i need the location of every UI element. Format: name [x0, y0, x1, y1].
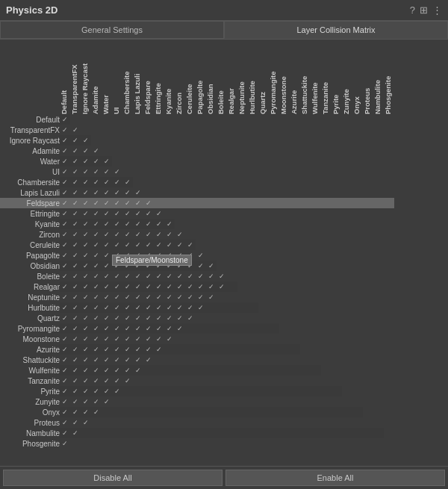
check-cell-17-11[interactable]	[175, 292, 185, 302]
check-cell-23-18[interactable]	[248, 355, 258, 365]
check-cell-30-20[interactable]	[269, 428, 279, 438]
check-cell-18-17[interactable]	[237, 302, 248, 313]
check-cell-29-6[interactable]	[122, 417, 133, 428]
check-cell-26-4[interactable]	[102, 386, 112, 396]
check-cell-28-2[interactable]	[81, 407, 91, 417]
check-cell-10-1[interactable]	[70, 219, 81, 229]
check-cell-19-10[interactable]	[164, 313, 175, 323]
check-cell-10-2[interactable]	[81, 219, 91, 229]
check-cell-25-1[interactable]	[70, 376, 81, 386]
check-cell-31-23[interactable]	[300, 438, 311, 449]
check-cell-11-4[interactable]	[102, 229, 112, 240]
check-cell-6-0[interactable]	[60, 177, 70, 187]
check-cell-25-7[interactable]	[133, 376, 143, 386]
check-cell-17-13[interactable]	[196, 292, 206, 302]
check-cell-18-3[interactable]	[91, 302, 102, 313]
check-cell-23-4[interactable]	[102, 355, 112, 365]
check-cell-28-16[interactable]	[227, 407, 237, 417]
check-cell-16-7[interactable]	[133, 281, 143, 292]
check-cell-21-7[interactable]	[133, 334, 143, 344]
check-cell-25-5[interactable]	[112, 376, 122, 386]
check-cell-30-11[interactable]	[175, 428, 185, 438]
check-cell-30-4[interactable]	[102, 428, 112, 438]
check-cell-18-16[interactable]	[227, 302, 237, 313]
check-cell-28-11[interactable]	[175, 407, 185, 417]
check-cell-29-1[interactable]	[70, 417, 81, 428]
check-cell-31-22[interactable]	[290, 438, 300, 449]
check-cell-17-3[interactable]	[91, 292, 102, 302]
check-cell-20-15[interactable]	[217, 323, 227, 334]
check-cell-7-7[interactable]	[133, 187, 143, 198]
check-cell-20-19[interactable]	[258, 323, 269, 334]
check-cell-20-12[interactable]	[185, 323, 196, 334]
check-cell-22-10[interactable]	[164, 344, 175, 355]
check-cell-15-10[interactable]	[164, 271, 175, 281]
check-cell-26-13[interactable]	[196, 386, 206, 396]
check-cell-21-16[interactable]	[227, 334, 237, 344]
check-cell-15-8[interactable]	[143, 271, 154, 281]
check-cell-23-5[interactable]	[112, 355, 122, 365]
check-cell-31-6[interactable]	[122, 438, 133, 449]
check-cell-21-18[interactable]	[248, 334, 258, 344]
check-cell-17-5[interactable]	[112, 292, 122, 302]
check-cell-18-0[interactable]	[60, 302, 70, 313]
check-cell-13-6[interactable]	[122, 250, 133, 261]
check-cell-19-6[interactable]	[122, 313, 133, 323]
check-cell-13-2[interactable]	[81, 250, 91, 261]
check-cell-25-9[interactable]	[154, 376, 164, 386]
check-cell-19-2[interactable]	[81, 313, 91, 323]
check-cell-27-16[interactable]	[227, 396, 237, 407]
check-cell-25-16[interactable]	[227, 376, 237, 386]
check-cell-24-13[interactable]	[196, 365, 206, 376]
check-cell-18-8[interactable]	[143, 302, 154, 313]
check-cell-28-10[interactable]	[164, 407, 175, 417]
check-cell-31-25[interactable]	[321, 438, 332, 449]
check-cell-22-3[interactable]	[91, 344, 102, 355]
check-cell-15-7[interactable]	[133, 271, 143, 281]
check-cell-24-3[interactable]	[91, 365, 102, 376]
check-cell-27-26[interactable]	[332, 396, 342, 407]
check-cell-26-6[interactable]	[122, 386, 133, 396]
check-cell-11-1[interactable]	[70, 229, 81, 240]
check-cell-27-12[interactable]	[185, 396, 196, 407]
check-cell-26-21[interactable]	[279, 386, 290, 396]
check-cell-24-22[interactable]	[290, 365, 300, 376]
check-cell-26-18[interactable]	[248, 386, 258, 396]
check-cell-23-10[interactable]	[164, 355, 175, 365]
check-cell-6-1[interactable]	[70, 177, 81, 187]
check-cell-30-12[interactable]	[185, 428, 196, 438]
check-cell-8-8[interactable]	[143, 198, 154, 208]
check-cell-19-19[interactable]	[258, 313, 269, 323]
check-cell-26-8[interactable]	[143, 386, 154, 396]
check-cell-23-6[interactable]	[122, 355, 133, 365]
check-cell-5-4[interactable]	[102, 166, 112, 177]
check-cell-7-2[interactable]	[81, 187, 91, 198]
check-cell-19-13[interactable]	[196, 313, 206, 323]
check-cell-9-8[interactable]	[143, 208, 154, 219]
check-cell-7-3[interactable]	[91, 187, 102, 198]
check-cell-18-1[interactable]	[70, 302, 81, 313]
check-cell-26-3[interactable]	[91, 386, 102, 396]
check-cell-26-25[interactable]	[321, 386, 332, 396]
check-cell-3-0[interactable]	[60, 146, 70, 156]
check-cell-9-5[interactable]	[112, 208, 122, 219]
matrix-scroll-area[interactable]: Default TransparentFX Ignore Raycast Ada…	[0, 40, 448, 466]
check-cell-20-20[interactable]	[269, 323, 279, 334]
check-cell-29-24[interactable]	[311, 417, 321, 428]
check-cell-6-2[interactable]	[81, 177, 91, 187]
check-cell-29-22[interactable]	[290, 417, 300, 428]
check-cell-28-25[interactable]	[321, 407, 332, 417]
check-cell-31-28[interactable]	[352, 438, 363, 449]
check-cell-15-15[interactable]	[217, 271, 227, 281]
check-cell-13-4[interactable]	[102, 250, 112, 261]
check-cell-27-13[interactable]	[196, 396, 206, 407]
check-cell-24-23[interactable]	[300, 365, 311, 376]
check-cell-19-4[interactable]	[102, 313, 112, 323]
check-cell-28-27[interactable]	[342, 407, 352, 417]
check-cell-26-2[interactable]	[81, 386, 91, 396]
check-cell-24-6[interactable]	[122, 365, 133, 376]
check-cell-29-0[interactable]	[60, 417, 70, 428]
check-cell-10-4[interactable]	[102, 219, 112, 229]
check-cell-25-25[interactable]	[321, 376, 332, 386]
check-cell-27-8[interactable]	[143, 396, 154, 407]
